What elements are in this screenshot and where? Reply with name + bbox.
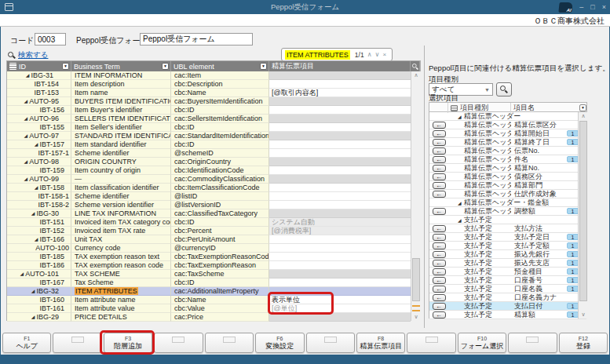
item-row[interactable]: ←支払予定振込先銀行1 <box>429 250 586 259</box>
item-row[interactable]: ←精算伝票ヘッダー債務区分 <box>429 173 586 181</box>
cell-settlement-item[interactable]: [@消費税率] <box>269 227 411 235</box>
item-row[interactable]: ←精算伝票ヘッダー精算部門 <box>429 181 586 190</box>
filter-icon[interactable]: ▼ <box>260 63 267 70</box>
filter-icon[interactable]: ▼ <box>579 104 586 111</box>
assign-left-arrow-button[interactable]: ← <box>433 130 446 137</box>
grid-row[interactable]: ◢AUTO-101TAX SCHEMEcac:TaxScheme <box>7 270 420 278</box>
scroll-down-icon[interactable]: ∨ <box>411 313 421 321</box>
cell-settlement-item[interactable] <box>269 278 411 287</box>
item-row[interactable]: ←支払予定精算額1 <box>429 311 586 319</box>
fn-button-f1[interactable]: F1ヘルプ <box>2 333 51 353</box>
grid-row[interactable]: IBT-155Item Seller's identifiercbc:ID <box>7 123 420 132</box>
assign-left-arrow-button[interactable]: ← <box>433 268 446 275</box>
grid-row[interactable]: ◢IBG-29PRICE DETAILScac:Price <box>7 313 420 322</box>
item-row[interactable]: ←支払予定口座番号1 <box>429 276 586 285</box>
scrollbar-thumb[interactable] <box>412 258 420 301</box>
fn-button-f6[interactable]: F6変換設定 <box>255 333 304 353</box>
assign-left-arrow-button[interactable]: ← <box>433 225 446 232</box>
tree-column-icon[interactable] <box>451 105 458 111</box>
expand-triangle-icon[interactable]: ◢ <box>35 235 38 244</box>
cell-settlement-item[interactable] <box>269 261 411 270</box>
expand-triangle-icon[interactable]: ◢ <box>24 115 28 123</box>
item-type-search-button[interactable] <box>496 82 512 96</box>
assign-left-arrow-button[interactable]: ← <box>433 311 446 318</box>
grid-row[interactable]: IBT-160Item attribute namecbc:Name表示単位 <box>7 296 420 304</box>
grid-row[interactable]: ◢AUTO-96SELLERS ITEM IDENTIFICATIONcac:S… <box>7 115 420 123</box>
item-row[interactable]: ←精算伝票ヘッダー精算終了日1 <box>429 138 586 147</box>
assign-left-arrow-button[interactable]: ← <box>433 182 446 189</box>
cell-settlement-item[interactable]: 表示単位 <box>269 296 411 304</box>
expand-triangle-icon[interactable]: ◢ <box>24 158 28 166</box>
code-input[interactable] <box>35 33 66 46</box>
assign-left-arrow-button[interactable]: ← <box>433 303 446 310</box>
fn-button-f10[interactable]: F10フォーム選択 <box>458 333 506 353</box>
assign-left-arrow-button[interactable]: ← <box>433 234 446 241</box>
find-close-button[interactable]: × <box>382 51 386 58</box>
find-prev-button[interactable]: ∧ <box>367 51 372 58</box>
item-row[interactable]: ←精算伝票ヘッダー精算No. <box>429 164 586 173</box>
grid-row[interactable]: IBT-158-1Scheme identifier@listID <box>7 192 420 201</box>
find-box[interactable]: ITEM ATTRIBUTES 1/1 ∧ ∨ × <box>281 48 393 61</box>
grid-row[interactable]: ◢IBT-158Item classification identifiercb… <box>7 184 420 192</box>
maximize-button[interactable]: □ <box>590 0 594 14</box>
expand-triangle-icon[interactable]: ◢ <box>458 115 462 119</box>
grid-row[interactable]: ◢AUTO-98ORIGIN COUNTRYcac:OriginCountry <box>7 158 420 166</box>
scrollbar-thumb[interactable] <box>579 121 587 301</box>
expand-triangle-icon[interactable]: ◢ <box>35 184 38 192</box>
cell-settlement-item[interactable] <box>269 244 411 253</box>
assign-left-arrow-button[interactable]: ← <box>433 294 446 301</box>
cell-settlement-item[interactable] <box>269 235 411 244</box>
cell-settlement-item[interactable]: システム自動 <box>269 218 411 227</box>
expand-triangle-icon[interactable]: ◢ <box>35 140 38 149</box>
grid-row[interactable]: IBT-159Item country of origincbc:Identif… <box>7 166 420 175</box>
chevron-down-icon[interactable]: ▼ <box>484 87 490 93</box>
cell-settlement-item[interactable] <box>269 201 411 209</box>
item-row[interactable]: ←精算伝票ヘッダー伝票No. <box>429 147 586 155</box>
group-row[interactable]: ◢精算伝票ヘッダー <box>429 112 586 121</box>
grid-row[interactable]: ◢AUTO-95BUYERS ITEM IDENTIFICATIONcac:Bu… <box>7 97 420 106</box>
assign-left-arrow-button[interactable]: ← <box>433 122 446 129</box>
grid-row[interactable]: ◢IBT-157Item standard identifiercbc:ID <box>7 140 420 149</box>
grid-row[interactable]: IBT-167Tax Schemecbc:ID <box>7 278 420 287</box>
grid-row[interactable]: IBT-153Item namecbc:Name[@取引内容名] <box>7 89 420 97</box>
assign-left-arrow-button[interactable]: ← <box>433 286 446 293</box>
assign-left-arrow-button[interactable]: ← <box>433 260 446 267</box>
fn-button-f12[interactable]: F12登録 <box>559 333 608 353</box>
cell-settlement-item[interactable] <box>269 80 411 89</box>
grid-row[interactable]: IBT-185TAX exemption reason textcbc:TaxE… <box>7 253 420 261</box>
group-row[interactable]: ◢支払予定 <box>429 216 586 224</box>
item-row[interactable]: ←精算伝票ヘッダー仕訳作成対象 <box>429 190 586 198</box>
cell-settlement-item[interactable] <box>269 166 411 175</box>
grid-row[interactable]: IBT-151Invoiced item TAX category codecb… <box>7 218 420 227</box>
expand-triangle-icon[interactable]: ◢ <box>458 218 462 223</box>
fn-button-f3[interactable]: F3階層追加 <box>104 333 152 353</box>
cell-settlement-item[interactable] <box>269 253 411 261</box>
item-row[interactable]: ←精算伝票ヘッダー調整額1 <box>429 207 586 216</box>
close-button[interactable]: × <box>602 0 606 14</box>
cell-settlement-item[interactable]: [@取引内容名] <box>269 89 411 97</box>
scroll-down-icon[interactable]: ∨ <box>579 311 588 318</box>
expand-triangle-icon[interactable]: ◢ <box>31 287 35 296</box>
cell-settlement-item[interactable]: [@単位] <box>269 304 411 313</box>
cell-settlement-item[interactable] <box>269 192 411 201</box>
item-row[interactable]: ←支払予定支払予定日1 <box>429 233 586 242</box>
grid-row[interactable]: ◢IBG-32ITEM ATTRIBUTEScac:AdditionalItem… <box>7 287 420 296</box>
item-row[interactable]: ←支払予定振込先支店1 <box>429 259 586 268</box>
grid-row[interactable]: AUTO-100Currency code@currencyID <box>7 244 420 253</box>
expand-triangle-icon[interactable]: ◢ <box>26 71 30 80</box>
scroll-up-icon[interactable]: ∧ <box>579 112 588 120</box>
column-search-icon[interactable] <box>412 64 418 70</box>
grid-row[interactable]: ◢IBG-30LINE TAX INFORMATIONcac:Classifie… <box>7 209 420 218</box>
assign-left-arrow-button[interactable]: ← <box>433 277 446 284</box>
cell-settlement-item[interactable] <box>269 123 411 132</box>
item-row[interactable]: ←支払予定預金種目1 <box>429 268 586 276</box>
filter-icon[interactable]: ▼ <box>62 63 69 70</box>
grid-row[interactable]: IBT-157-1Scheme identifier@schemeID <box>7 149 420 158</box>
grid-row[interactable]: IBT-161Item attribute valuecbc:Value[@単位… <box>7 304 420 313</box>
minimize-button[interactable]: – <box>579 0 583 14</box>
assign-left-arrow-button[interactable]: ← <box>433 251 446 258</box>
cell-settlement-item[interactable] <box>269 106 411 115</box>
assign-left-arrow-button[interactable]: ← <box>433 173 446 180</box>
find-query[interactable]: ITEM ATTRIBUTES <box>285 50 350 60</box>
item-row[interactable]: ←支払予定口座名義カナ <box>429 293 586 302</box>
